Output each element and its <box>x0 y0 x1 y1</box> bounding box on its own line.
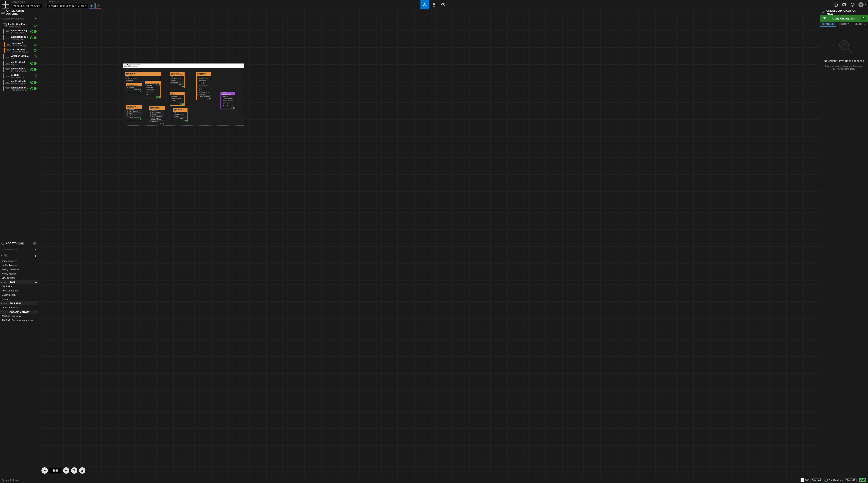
aws-icon: aws <box>5 75 10 77</box>
check-icon: ✓ <box>34 30 37 33</box>
asset-row[interactable]: Caller Identity <box>0 293 38 297</box>
check-icon: ✓ <box>34 49 37 52</box>
svg-point-8 <box>852 4 853 5</box>
diagram-node[interactable]: ec2 serviceAWS IAM AWS ServiceManagerSta… <box>126 83 142 93</box>
diagram-node[interactable]: application-80…Security Group RuleManage… <box>149 106 165 125</box>
asset-group-header[interactable]: ▾awsAWS4 <box>0 280 38 284</box>
chevron-down-icon: ▾ <box>1 302 2 305</box>
asset-row[interactable]: Region <box>0 297 38 301</box>
merge-button[interactable] <box>89 3 94 9</box>
aws-icon: aws <box>5 68 10 71</box>
canvas[interactable]: Application Frame Generic Frame: 8 Manag… <box>38 9 820 477</box>
svg-point-2 <box>425 5 426 6</box>
asset-row[interactable]: demo resource <box>0 259 38 263</box>
check-icon: ✓ <box>30 62 33 65</box>
asset-row[interactable]: AWS ARN <box>0 284 38 288</box>
outline-header: APPLICATION OUTLINE <box>0 9 38 15</box>
outline-item[interactable]: awsapplication-8…Security Group R…✓✓ <box>0 66 38 73</box>
view-preview-tab[interactable] <box>439 0 447 9</box>
asset-row[interactable]: ACM Certificate <box>0 306 38 310</box>
asset-group-header[interactable]: ▾awsAWS API Gateway4 <box>0 310 38 314</box>
zoom-out-button[interactable]: − <box>41 467 48 474</box>
workspace-selector[interactable]: Announcing Views ▼ <box>12 4 42 8</box>
asset-row[interactable]: AWS Credential <box>0 288 38 293</box>
svg-point-7 <box>844 4 845 5</box>
qualifications-toggle[interactable]: ✓ Qualifications <box>825 479 843 482</box>
diagram-node[interactable]: allow-ec2AWS IAM Policy StatementManager… <box>145 81 161 98</box>
svg-rect-10 <box>5 255 6 256</box>
svg-point-19 <box>839 40 849 50</box>
asset-row[interactable]: Netlify Credential <box>0 267 38 272</box>
cube-icon <box>1 242 5 245</box>
svg-point-0 <box>424 3 425 4</box>
check-icon: ✓ <box>34 87 37 90</box>
diff-toggle[interactable]: 〜 Diff <box>801 478 808 482</box>
qual-pass-badge: ✓ 40 <box>859 478 866 482</box>
tab-changes[interactable]: CHANGES <box>820 22 836 27</box>
outline-item[interactable]: awsapplication-la…Launch Template✓✓ <box>0 79 38 86</box>
outline-item[interactable]: awsapplication-k…Key Pair✓✓ <box>0 60 38 66</box>
brand-label: System Initiative <box>2 479 19 482</box>
zoom-in-button[interactable]: + <box>63 467 69 474</box>
check-icon: ✓ <box>34 36 37 39</box>
asset-row[interactable]: VPC Creator <box>0 276 38 280</box>
branch-icon <box>822 11 825 14</box>
avatar: P <box>859 2 864 7</box>
svg-point-16 <box>824 11 825 12</box>
outline-item[interactable]: awsapplication-in…AWS IAM Instan…✓✓ <box>0 86 38 92</box>
check-icon: ✓ <box>825 479 828 482</box>
chevron-down-icon: ▼ <box>864 4 866 6</box>
apply-changeset-button[interactable]: Apply Change Set 0 <box>820 15 868 22</box>
asset-row[interactable]: Netlify Account <box>0 263 38 267</box>
delete-changeset-button[interactable] <box>95 3 101 9</box>
user-menu[interactable]: P ▼ <box>859 2 866 7</box>
chevron-down-icon: ▼ <box>39 5 40 7</box>
download-button[interactable] <box>79 467 85 474</box>
asset-row[interactable]: Netlify Member <box>0 272 38 276</box>
asset-row[interactable]: AWS API Gateway Integration <box>0 318 38 322</box>
check-icon: ✓ <box>34 81 37 84</box>
filter-icon[interactable]: ▾ <box>35 248 37 251</box>
diagram-node[interactable]: si-1537AutoScaling GroupManagerAWS Crede… <box>220 92 235 109</box>
search-assets-input[interactable] <box>4 248 34 251</box>
svg-point-14 <box>822 11 823 12</box>
zoom-help-button[interactable]: ? <box>71 467 78 474</box>
asset-view-toggle[interactable]: ▾ 5 <box>0 253 38 259</box>
diagram-node[interactable]: Amazon Linux 2…AMIManagerAWS CredentialR… <box>173 108 187 122</box>
outline-item[interactable]: ⊞Application Fra…Generic Frame✓ <box>0 22 38 28</box>
outline-item[interactable]: awssi-1537AutoScaling Group✓ <box>0 73 38 79</box>
help-icon[interactable]: ? <box>833 2 838 7</box>
outline-item[interactable]: awsapplication-roleAWS IAM Role✓✓ <box>0 35 38 41</box>
outline-item[interactable]: awsAmazon Linux…AMI✓ <box>0 54 38 60</box>
diagram-node[interactable]: application-ke…Key PairManagerAWS Creden… <box>170 92 185 106</box>
zoom-value: 48% <box>50 467 61 474</box>
frame-header[interactable]: Application Frame Generic Frame: 8 <box>123 63 244 68</box>
view-lab-tab[interactable] <box>430 0 438 9</box>
view-model-tab[interactable] <box>421 0 429 9</box>
filter-icon[interactable]: ▾ <box>35 17 37 20</box>
check-icon: ✓ <box>34 68 37 71</box>
discord-icon[interactable] <box>842 2 847 7</box>
search-icon: ⌕ <box>1 248 3 251</box>
outline-item[interactable]: awsallow-ec2AWS IAM Policy …✓ <box>0 41 38 48</box>
svg-point-15 <box>822 13 823 13</box>
app-logo[interactable] <box>2 1 9 8</box>
outline-item[interactable]: awsec2 serviceAWS IAM AWS S…✓ <box>0 48 38 54</box>
diagram-node[interactable]: application-la…Launch TemplateManagerAWS… <box>196 72 211 100</box>
asset-group-header[interactable]: ▾awsAWS ACM1 <box>0 301 38 306</box>
tab-secrets[interactable]: SECRETS <box>852 22 868 27</box>
diagram-node[interactable]: application-sgSecurity GroupManagerAWS C… <box>126 105 142 121</box>
changeset-selector[interactable]: create-application-view ▼ <box>47 4 88 8</box>
more-icon[interactable]: ⋮ <box>864 11 866 14</box>
tools-icon <box>822 17 826 20</box>
outline-icon <box>1 11 5 14</box>
outline-item[interactable]: awsapplication-sgSecurity Group✓✓ <box>0 28 38 35</box>
diagram-node[interactable]: application-ro…AWS IAM Instance ProfileM… <box>170 72 185 88</box>
help-icon[interactable]: ? <box>33 242 37 245</box>
svg-rect-9 <box>4 255 5 256</box>
check-icon: ✓ <box>30 36 33 39</box>
tab-history[interactable]: HISTORY <box>836 22 852 27</box>
search-components-input[interactable] <box>4 17 34 20</box>
asset-row[interactable]: AWS API Gateway <box>0 314 38 318</box>
settings-icon[interactable] <box>850 2 855 7</box>
